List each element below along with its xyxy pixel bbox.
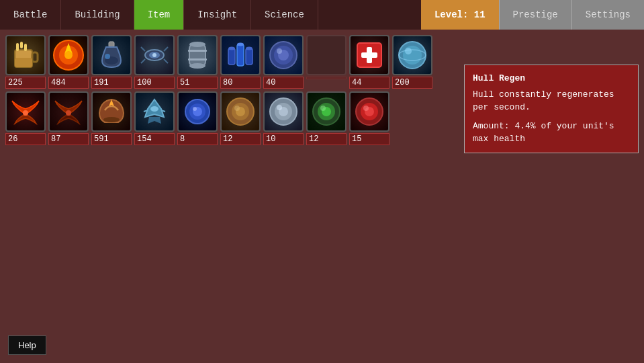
- svg-point-41: [405, 48, 412, 54]
- item-cell-empty: [306, 35, 347, 89]
- settings-button[interactable]: Settings: [571, 0, 644, 30]
- item-cell-mug[interactable]: 225: [5, 35, 46, 89]
- svg-point-56: [234, 106, 240, 111]
- svg-line-19: [164, 59, 168, 63]
- item-cell-ship[interactable]: 154: [134, 91, 175, 145]
- item-cell-green-gem[interactable]: 12: [306, 91, 347, 145]
- tooltip-title: Hull Regen: [473, 72, 630, 85]
- svg-rect-20: [189, 44, 205, 66]
- item-count: 484: [48, 77, 89, 89]
- item-count: 40: [263, 77, 304, 89]
- item-count: 154: [134, 133, 175, 145]
- tab-item[interactable]: Item: [134, 0, 185, 30]
- item-cell-red-orb[interactable]: 15: [349, 91, 389, 145]
- item-cell-barrel[interactable]: 51: [177, 35, 218, 89]
- item-count: 8: [177, 133, 218, 145]
- item-count: 87: [48, 133, 89, 145]
- svg-point-64: [320, 106, 326, 111]
- item-cell-fire-orb[interactable]: 484: [48, 35, 89, 89]
- svg-rect-26: [237, 44, 244, 66]
- svg-point-68: [363, 106, 369, 111]
- svg-point-15: [152, 53, 156, 57]
- item-count: 44: [349, 77, 389, 89]
- svg-point-60: [277, 105, 282, 110]
- item-cell-helm[interactable]: 591: [91, 91, 132, 145]
- svg-rect-24: [188, 58, 207, 61]
- svg-point-30: [246, 47, 252, 50]
- item-grid: 225 484: [5, 35, 432, 145]
- nav-right: Prestige Settings: [499, 0, 644, 30]
- item-cell-sphere[interactable]: 200: [392, 35, 432, 89]
- svg-point-9: [64, 51, 73, 59]
- item-cell-medkit[interactable]: 44: [349, 35, 389, 89]
- item-count: 12: [306, 133, 347, 145]
- svg-rect-37: [361, 52, 377, 58]
- svg-line-17: [164, 47, 168, 51]
- item-cell-drone[interactable]: 100: [134, 35, 175, 89]
- svg-rect-3: [20, 42, 23, 48]
- item-cell-wings-red[interactable]: 26: [5, 91, 46, 145]
- tooltip-line2: Amount: 4.4% of your unit's max health: [473, 120, 630, 146]
- svg-point-22: [189, 63, 205, 69]
- svg-point-39: [403, 46, 422, 65]
- help-button[interactable]: Help: [8, 335, 46, 355]
- item-count: 191: [91, 77, 132, 89]
- svg-point-12: [105, 54, 110, 59]
- svg-point-46: [150, 106, 158, 112]
- svg-point-34: [277, 48, 282, 54]
- svg-rect-5: [15, 58, 32, 67]
- svg-point-42: [23, 110, 28, 116]
- svg-line-16: [141, 47, 145, 51]
- svg-point-44: [103, 117, 120, 122]
- item-cell-brown-orb[interactable]: 12: [220, 91, 261, 145]
- svg-rect-1: [32, 52, 38, 62]
- tab-science[interactable]: Science: [251, 0, 318, 30]
- item-cell-metal-orb[interactable]: 10: [263, 91, 304, 145]
- svg-rect-10: [109, 42, 114, 47]
- svg-point-29: [237, 43, 244, 46]
- svg-rect-25: [228, 48, 235, 65]
- tab-insight[interactable]: Insight: [184, 0, 251, 30]
- tab-building[interactable]: Building: [61, 0, 134, 30]
- item-count: 80: [220, 77, 261, 89]
- svg-rect-23: [188, 50, 207, 52]
- item-count: 225: [5, 77, 46, 89]
- svg-line-18: [141, 59, 145, 63]
- item-cell-potion[interactable]: 191: [91, 35, 132, 89]
- svg-point-21: [189, 42, 205, 47]
- nav-bar: Battle Building Item Insight Science Lev…: [0, 0, 644, 30]
- tab-battle[interactable]: Battle: [0, 0, 61, 30]
- prestige-button[interactable]: Prestige: [499, 0, 571, 30]
- svg-rect-27: [246, 48, 252, 65]
- item-cell-blue-orb[interactable]: 40: [263, 35, 304, 89]
- item-count: 591: [91, 133, 132, 145]
- tooltip-line1: Hull constantly regenerates per second.: [473, 88, 630, 114]
- svg-point-28: [228, 47, 235, 50]
- svg-rect-4: [24, 44, 27, 51]
- item-count: 10: [263, 133, 304, 145]
- item-count: 12: [220, 133, 261, 145]
- svg-point-52: [193, 107, 197, 111]
- item-count: 100: [134, 77, 175, 89]
- item-count: 15: [349, 133, 389, 145]
- item-count: 51: [177, 77, 218, 89]
- svg-point-43: [66, 110, 71, 116]
- tooltip-box: Hull Regen Hull constantly regenerates p…: [464, 65, 639, 153]
- item-cell-wings-dark[interactable]: 87: [48, 91, 89, 145]
- item-count: 200: [392, 77, 432, 89]
- item-cell-cylinders[interactable]: 80: [220, 35, 261, 89]
- item-count: 26: [5, 133, 46, 145]
- level-display: Level: 11: [421, 0, 499, 30]
- item-cell-blue-gem[interactable]: 8: [177, 91, 218, 145]
- svg-rect-2: [16, 43, 19, 51]
